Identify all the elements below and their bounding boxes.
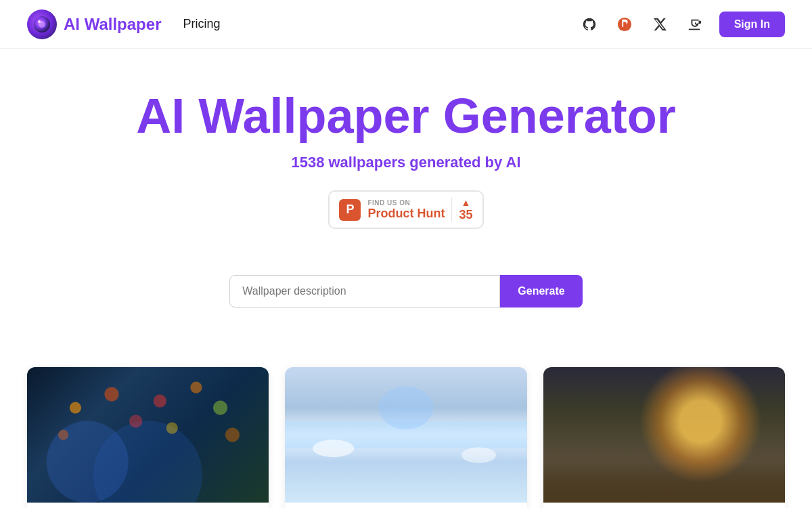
logo[interactable]: AI Wallpaper [27, 9, 161, 39]
ph-divider [451, 198, 452, 222]
ph-score: ▲ 35 [459, 197, 472, 222]
wallpaper-image-0[interactable] [27, 367, 269, 503]
search-section: Generate [27, 275, 785, 308]
hero-title: AI Wallpaper Generator [27, 89, 785, 143]
x-svg [652, 17, 667, 32]
gallery-info-0: 春节张灯结彩 1792×1024 n [27, 503, 269, 508]
ph-score-number: 35 [459, 208, 472, 222]
header: AI Wallpaper Pricing [0, 0, 812, 49]
ph-name-text: Product Hunt [367, 207, 445, 221]
producthunt-icon[interactable] [614, 14, 635, 35]
header-right: Sign In [579, 12, 785, 37]
gallery-section: 春节张灯结彩 1792×1024 n 北国风光 1792×1024 h 大漠孤烟… [0, 367, 812, 508]
nav-pricing[interactable]: Pricing [183, 17, 220, 31]
hero-section: AI Wallpaper Generator 1538 wallpapers g… [0, 49, 812, 367]
signin-button[interactable]: Sign In [719, 12, 785, 37]
gallery-info-2: 大漠孤烟直 长河落日圆 1792×1024 [543, 503, 785, 508]
gallery-info-1: 北国风光 1792×1024 h [285, 503, 526, 508]
wallpaper-image-1[interactable] [285, 367, 526, 503]
github-svg [582, 17, 597, 32]
wallpaper-subtitle-rest: wallpapers generated by AI [324, 154, 520, 171]
product-hunt-badge[interactable]: P FIND US ON Product Hunt ▲ 35 [328, 190, 483, 229]
search-input[interactable] [229, 275, 500, 308]
x-twitter-icon[interactable] [649, 14, 671, 35]
ph-text: FIND US ON Product Hunt [367, 199, 445, 221]
logo-text: AI Wallpaper [64, 15, 161, 34]
header-left: AI Wallpaper Pricing [27, 9, 221, 39]
github-icon[interactable] [579, 14, 600, 35]
generate-button[interactable]: Generate [500, 275, 582, 308]
gallery-card-1: 北国风光 1792×1024 h [285, 367, 526, 508]
svg-point-2 [38, 20, 41, 23]
ph-arrow-icon: ▲ [461, 197, 471, 208]
producthunt-svg [617, 17, 632, 32]
coffee-icon[interactable] [684, 14, 706, 35]
gallery-card-0: 春节张灯结彩 1792×1024 n [27, 367, 269, 508]
ph-logo-icon: P [339, 199, 361, 221]
wallpaper-image-2[interactable] [543, 367, 785, 503]
wallpaper-count: 1538 [291, 154, 324, 171]
logo-svg [32, 15, 51, 34]
coffee-svg [687, 17, 702, 32]
logo-icon [27, 9, 57, 39]
gallery-card-2: 大漠孤烟直 长河落日圆 1792×1024 [543, 367, 785, 508]
ph-find-text: FIND US ON [367, 199, 445, 207]
hero-subtitle: 1538 wallpapers generated by AI [27, 154, 785, 171]
